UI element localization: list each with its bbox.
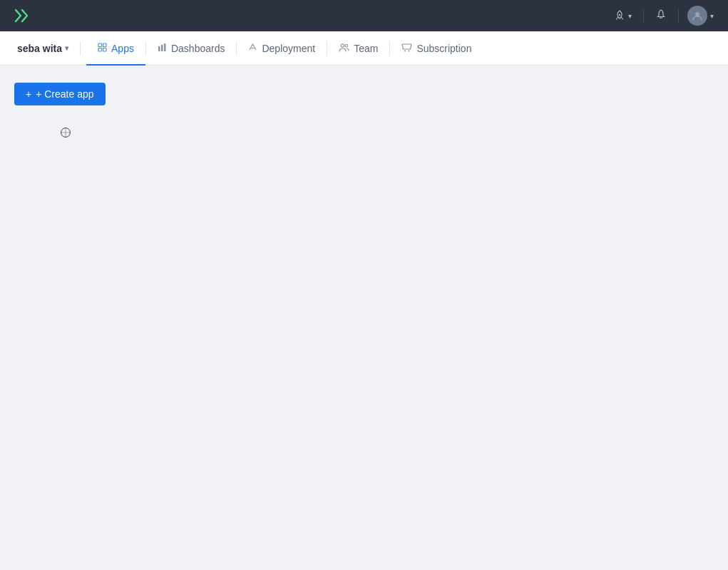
deploy-button[interactable]: ▾ xyxy=(608,7,637,24)
team-icon xyxy=(339,43,349,54)
user-menu-chevron: ▾ xyxy=(710,12,714,20)
nav-separator-1 xyxy=(80,41,81,56)
tab-dashboards[interactable]: Dashboards xyxy=(146,32,237,66)
tab-subscription-label: Subscription xyxy=(416,43,471,54)
top-bar: ▾ ▾ xyxy=(0,0,728,31)
svg-point-11 xyxy=(345,44,348,47)
tab-apps-label: Apps xyxy=(111,43,134,54)
create-app-plus: + xyxy=(26,88,31,100)
tab-subscription[interactable]: Subscription xyxy=(390,32,483,66)
subscription-icon xyxy=(401,43,412,54)
deploy-chevron: ▾ xyxy=(628,12,632,20)
create-app-label: + Create app xyxy=(36,88,93,100)
svg-point-2 xyxy=(695,12,699,16)
tab-team[interactable]: Team xyxy=(327,32,389,66)
cursor-icon xyxy=(60,127,71,138)
svg-rect-9 xyxy=(164,43,166,51)
svg-rect-8 xyxy=(161,45,163,51)
svg-rect-3 xyxy=(98,43,102,47)
notifications-button[interactable] xyxy=(650,6,672,26)
create-app-button[interactable]: + + Create app xyxy=(14,83,106,105)
top-bar-right: ▾ ▾ xyxy=(608,3,717,28)
apps-icon xyxy=(98,43,107,54)
svg-point-1 xyxy=(619,14,620,16)
svg-rect-6 xyxy=(103,48,107,51)
workspace-name: seba wita xyxy=(17,43,62,54)
svg-point-13 xyxy=(409,50,410,51)
svg-rect-7 xyxy=(158,46,160,51)
tab-deployment-label: Deployment xyxy=(262,43,315,54)
workspace-chevron: ▾ xyxy=(65,44,68,52)
svg-point-10 xyxy=(341,43,344,46)
svg-point-12 xyxy=(404,50,406,51)
secondary-nav: seba wita ▾ Apps xyxy=(0,31,728,66)
user-menu-button[interactable]: ▾ xyxy=(685,3,717,28)
svg-rect-4 xyxy=(103,43,107,47)
avatar xyxy=(687,6,707,26)
app-logo[interactable] xyxy=(11,6,31,26)
main-content: + + Create app xyxy=(0,66,728,570)
deployment-icon xyxy=(248,43,257,54)
tab-apps[interactable]: Apps xyxy=(86,32,145,66)
svg-rect-5 xyxy=(98,48,102,51)
dashboards-icon xyxy=(158,43,167,54)
tab-team-label: Team xyxy=(354,43,378,54)
top-bar-left xyxy=(11,6,31,26)
divider-2 xyxy=(678,9,679,23)
tab-dashboards-label: Dashboards xyxy=(171,43,225,54)
workspace-selector[interactable]: seba wita ▾ xyxy=(11,31,74,65)
nav-tabs: Apps Dashboards Deployment xyxy=(86,31,483,65)
tab-deployment[interactable]: Deployment xyxy=(237,32,327,66)
divider-1 xyxy=(643,9,644,23)
